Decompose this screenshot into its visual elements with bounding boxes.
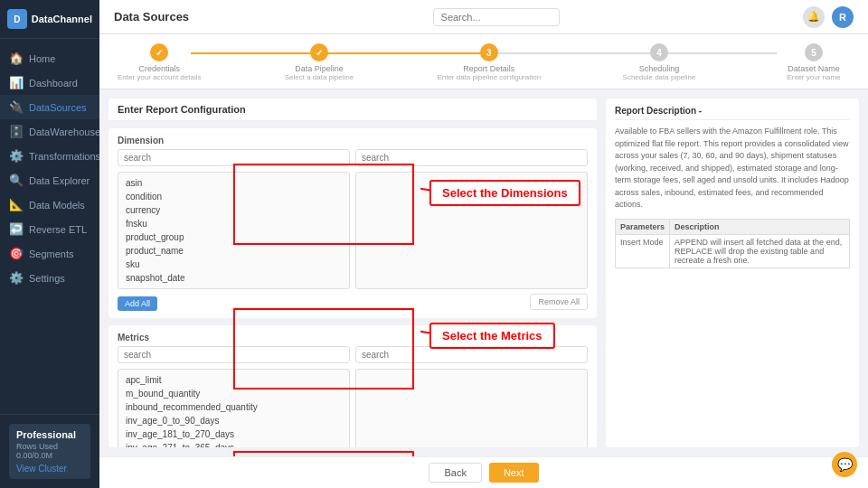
step-dataset-name: 5 Dataset Name Enter your name (778, 43, 850, 81)
sidebar-item-home[interactable]: 🏠 Home (0, 46, 99, 70)
metrics-label: Metrics (118, 333, 588, 343)
segments-icon: 🎯 (9, 247, 24, 260)
plan-rows-used: Rows Used (16, 442, 83, 451)
dimension-add-all-button[interactable]: Add All (118, 296, 157, 311)
dimension-search-left[interactable] (118, 149, 350, 166)
sidebar-item-transformations[interactable]: ⚙️ Transformations (0, 144, 99, 168)
list-item[interactable]: apc_limit (122, 373, 345, 387)
bottom-actions: Back Next (99, 456, 868, 488)
sidebar-item-label: Transformations (29, 151, 100, 162)
report-description: Report Description - Available to FBA se… (606, 99, 859, 447)
notification-icon[interactable]: 🔔 (803, 6, 825, 28)
dimension-search-row (118, 149, 588, 166)
insert-annotation-box (233, 451, 414, 456)
report-desc-title: Report Description - (615, 106, 850, 120)
metrics-list-selected[interactable] (355, 369, 588, 447)
sidebar-item-label: DataWarehouses (29, 127, 106, 137)
params-cell-param: Insert Mode (616, 234, 670, 267)
step-circle-pipeline: ✓ (310, 43, 328, 61)
step-sublabel-scheduling: Schedule data pipeline (623, 73, 696, 81)
settings-icon: ⚙️ (9, 271, 24, 285)
sidebar-item-label: Reverse ETL (29, 224, 87, 235)
sidebar-item-label: Settings (29, 273, 65, 284)
data-models-icon: 📐 (9, 198, 24, 211)
datawarehouses-icon: 🗄️ (9, 125, 24, 138)
sidebar-logo: D DataChannel (0, 0, 99, 39)
sidebar-item-label: Dashboard (29, 78, 78, 89)
dimension-section: Dimension asin condition currency fnsku … (108, 128, 597, 318)
sidebar-item-data-models[interactable]: 📐 Data Models (0, 192, 99, 217)
step-circle-dataset: 5 (805, 43, 823, 61)
list-item[interactable]: condition (122, 190, 345, 203)
dimension-btn-row: Add All Remove All (118, 293, 588, 311)
params-cell-desc: APPEND will insert all fetched data at t… (670, 234, 850, 267)
list-item[interactable]: snapshot_date (122, 271, 345, 285)
step-label-report: Report Details (463, 64, 514, 73)
home-icon: 🏠 (9, 52, 24, 65)
list-item[interactable]: inv_age_271_to_365_days (122, 441, 345, 447)
dimension-label: Dimension (118, 136, 588, 145)
step-report-details: 3 Report Details Enter data pipeline con… (437, 43, 541, 81)
list-item[interactable]: inbound_recommended_quantity (122, 400, 345, 414)
list-item[interactable]: sku (122, 258, 345, 271)
sidebar-footer: Professional Rows Used 0.00/0.0M View Cl… (0, 414, 99, 488)
avatar[interactable]: R (832, 6, 854, 28)
sidebar-item-datawarehouses[interactable]: 🗄️ DataWarehouses (0, 119, 99, 144)
params-col-header-param: Parameters (616, 219, 670, 234)
dimension-list-available[interactable]: asin condition currency fnsku product_gr… (118, 172, 350, 289)
dimension-lists: asin condition currency fnsku product_gr… (118, 172, 588, 289)
back-button[interactable]: Back (429, 463, 481, 483)
data-explorer-icon: 🔍 (9, 174, 24, 187)
sidebar-item-settings[interactable]: ⚙️ Settings (0, 266, 99, 290)
next-button[interactable]: Next (489, 463, 539, 483)
sidebar-item-datasources[interactable]: 🔌 DataSources (0, 95, 99, 119)
step-circle-report: 3 (480, 43, 498, 61)
logo-icon: D (7, 9, 27, 29)
dimension-list-selected[interactable] (355, 172, 588, 289)
sidebar-item-reverse-etl[interactable]: ↩️ Reverse ETL (0, 217, 99, 241)
datasources-icon: 🔌 (9, 100, 24, 114)
upgrade-link[interactable]: View Cluster (16, 464, 83, 474)
step-label-credentials: Credentials (138, 64, 180, 73)
params-row: Insert Mode APPEND will insert all fetch… (616, 234, 850, 267)
topbar-search-input[interactable] (433, 8, 560, 26)
list-item[interactable]: m_bound_quantity (122, 387, 345, 400)
sidebar: D DataChannel 🏠 Home 📊 Dashboard 🔌 DataS… (0, 0, 99, 488)
step-credentials: ✓ Credentials Enter your account details (118, 43, 202, 81)
metrics-list-available[interactable]: apc_limit m_bound_quantity inbound_recom… (118, 369, 350, 447)
transformations-icon: ⚙️ (9, 149, 24, 163)
step-scheduling: 4 Scheduling Schedule data pipeline (623, 43, 696, 81)
topbar-icons: 🔔 R (803, 6, 854, 28)
metrics-search-right[interactable] (355, 346, 588, 363)
metrics-search-row (118, 346, 588, 363)
step-sublabel-pipeline: Select a data pipeline (285, 73, 354, 81)
sidebar-item-segments[interactable]: 🎯 Segments (0, 241, 99, 266)
steps: ✓ Credentials Enter your account details… (118, 43, 850, 81)
step-label-pipeline: Data Pipeline (295, 64, 344, 73)
sidebar-item-data-explorer[interactable]: 🔍 Data Explorer (0, 168, 99, 192)
dimension-remove-all-button[interactable]: Remove All (530, 294, 588, 310)
step-data-pipeline: ✓ Data Pipeline Select a data pipeline (283, 43, 355, 81)
list-item[interactable]: product_group (122, 230, 345, 244)
sidebar-item-dashboard[interactable]: 📊 Dashboard (0, 70, 99, 95)
step-sublabel-credentials: Enter your account details (118, 73, 202, 81)
plan-badge: Professional Rows Used 0.00/0.0M View Cl… (9, 424, 90, 479)
dimension-search-right[interactable] (355, 149, 588, 166)
chat-bubble[interactable]: 💬 (832, 452, 857, 477)
list-item[interactable]: product_name (122, 244, 345, 258)
metrics-search-left[interactable] (118, 346, 350, 363)
list-item[interactable]: inv_age_181_to_270_days (122, 427, 345, 441)
list-item[interactable]: fnsku (122, 217, 345, 230)
step-label-dataset: Dataset Name (788, 64, 840, 73)
metrics-section: Metrics apc_limit m_bound_quantity inbou… (108, 325, 597, 447)
list-item[interactable]: currency (122, 203, 345, 217)
report-desc-text: Available to FBA sellers with the Amazon… (615, 126, 850, 211)
sidebar-nav: 🏠 Home 📊 Dashboard 🔌 DataSources 🗄️ Data… (0, 39, 99, 414)
content-area: Enter Report Configuration Dimension asi… (99, 89, 868, 456)
params-table: Parameters Description Insert Mode APPEN… (615, 219, 850, 268)
list-item[interactable]: asin (122, 176, 345, 190)
params-col-header-desc: Description (670, 219, 850, 234)
reverse-etl-icon: ↩️ (9, 222, 24, 236)
left-panel: Enter Report Configuration Dimension asi… (108, 99, 597, 447)
list-item[interactable]: inv_age_0_to_90_days (122, 414, 345, 427)
